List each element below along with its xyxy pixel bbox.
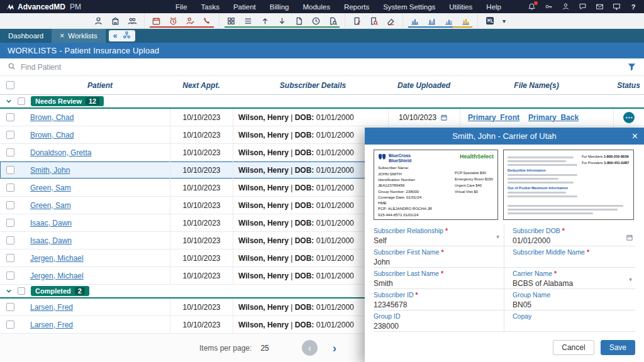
phone-icon[interactable] <box>203 16 212 26</box>
form-field[interactable]: Copay <box>504 310 635 332</box>
row-checkbox[interactable] <box>6 303 14 311</box>
next-page-button[interactable]: › <box>333 341 336 355</box>
form-field[interactable]: Subscriber First Name* John <box>374 246 504 268</box>
row-checkbox[interactable] <box>6 113 14 121</box>
tab[interactable]: Dashboard <box>0 29 52 43</box>
tab[interactable]: × Worklists <box>52 29 105 43</box>
field-value[interactable]: 01/01/2000 <box>513 236 635 245</box>
row-checkbox[interactable] <box>6 254 14 262</box>
notifications-bell-icon[interactable] <box>527 3 536 11</box>
patient-link[interactable]: Green, Sam <box>30 184 71 192</box>
office-icon[interactable] <box>111 16 120 26</box>
form-field[interactable]: Subscriber Relationship* Self ▾ <box>374 225 504 246</box>
date-picker-calendar-icon[interactable] <box>626 234 633 241</box>
scheduler-calendar-icon[interactable] <box>152 16 161 26</box>
dropdown-caret-icon[interactable]: ▾ <box>629 276 632 283</box>
group-pill[interactable]: Completed 2 <box>31 286 89 296</box>
field-value[interactable]: 12345678 <box>374 300 496 309</box>
eraser-icon[interactable] <box>386 16 396 26</box>
patient-link[interactable]: Jergen, Michael <box>30 254 84 263</box>
row-checkbox[interactable] <box>6 201 14 209</box>
menu-item[interactable]: Tasks <box>201 3 219 11</box>
monitor-icon[interactable] <box>612 3 621 11</box>
form-field[interactable]: Group Name BN05 <box>504 289 635 310</box>
report-chart-2-icon[interactable] <box>427 16 436 26</box>
payment-down-icon[interactable] <box>277 16 287 26</box>
patient-link[interactable]: Brown, Chad <box>30 113 74 122</box>
patient-link[interactable]: Green, Sam <box>30 201 71 210</box>
tab-close-icon[interactable]: × <box>60 32 64 40</box>
file-link[interactable]: Primary_Front <box>468 113 519 122</box>
patient-link[interactable]: Donaldson, Gretta <box>30 148 91 157</box>
note-edit-icon[interactable] <box>352 16 362 26</box>
column-header-status[interactable]: Status <box>613 76 644 94</box>
find-patient-input[interactable] <box>21 63 159 72</box>
row-checkbox[interactable] <box>6 321 14 329</box>
items-per-page-value[interactable]: 25 <box>260 344 269 353</box>
patient-link[interactable]: Isaac, Dawn <box>30 236 72 245</box>
field-value[interactable]: BCBS of Alabama <box>513 279 635 288</box>
document-search-icon[interactable] <box>369 16 379 26</box>
file-link[interactable]: Primary_Back <box>528 113 579 122</box>
menu-item[interactable]: Help <box>486 3 501 11</box>
column-header-next-appt[interactable]: Next Appt. <box>170 76 233 94</box>
patient-link[interactable]: Brown, Chad <box>30 131 74 140</box>
cancel-button[interactable]: Cancel <box>553 340 594 355</box>
mail-icon[interactable] <box>595 3 604 11</box>
group-checkbox[interactable] <box>18 287 25 295</box>
form-field[interactable]: Subscriber Middle Name* <box>504 246 635 268</box>
form-field[interactable]: Subscriber DOB* 01/01/2000 <box>504 225 635 246</box>
form-field[interactable]: Group ID 238000 <box>374 310 504 332</box>
charge-grid-icon[interactable] <box>226 16 236 26</box>
calendar-icon[interactable] <box>440 114 448 121</box>
payment-up-icon[interactable] <box>260 16 270 26</box>
field-value[interactable]: 238000 <box>374 322 496 331</box>
menu-item[interactable]: Modules <box>303 3 330 11</box>
patient-link[interactable]: Larsen, Fred <box>30 303 73 312</box>
patient-link[interactable]: Isaac, Dawn <box>30 219 72 228</box>
row-checkbox[interactable] <box>6 219 14 227</box>
column-header-subscriber-details[interactable]: Subscriber Details <box>233 76 388 94</box>
previous-page-button[interactable]: ‹ <box>302 340 318 356</box>
row-checkbox[interactable] <box>6 148 14 156</box>
field-value[interactable] <box>513 258 635 266</box>
modal-close-icon[interactable]: × <box>632 128 638 145</box>
time-clock-icon[interactable] <box>311 16 321 26</box>
menu-item[interactable]: Reports <box>344 3 369 11</box>
column-header-patient[interactable]: Patient <box>21 76 170 94</box>
help-icon[interactable]: ? <box>629 3 638 11</box>
column-header-file-names[interactable]: File Name(s) <box>460 76 613 94</box>
field-value[interactable]: BN05 <box>513 300 635 309</box>
patient-link[interactable]: Jergen, Michael <box>30 272 84 280</box>
row-checkbox[interactable] <box>6 184 14 192</box>
select-all-checkbox[interactable] <box>6 81 14 89</box>
row-checkbox[interactable] <box>6 236 14 244</box>
menu-item[interactable]: File <box>175 3 187 11</box>
form-field[interactable]: Carrier Name* BCBS of Alabama ▾ <box>504 268 635 289</box>
ehr-app-icon[interactable] <box>485 16 495 26</box>
claim-search-icon[interactable] <box>328 16 338 26</box>
save-button[interactable]: Save <box>601 340 635 355</box>
field-value[interactable] <box>513 322 635 331</box>
collapse-tabs-icon[interactable]: « <box>113 31 118 40</box>
form-field[interactable]: Subscriber Last Name* Smith <box>374 268 504 289</box>
statement-document-icon[interactable] <box>294 16 304 26</box>
group-checkbox[interactable] <box>18 97 25 105</box>
patient-group-icon[interactable] <box>128 16 137 26</box>
group-collapse-chevron-icon[interactable] <box>6 98 12 104</box>
patient-edit-icon[interactable] <box>186 16 195 26</box>
report-chart-3-icon[interactable] <box>444 16 453 26</box>
menu-item[interactable]: Utilities <box>449 3 472 11</box>
row-checkbox[interactable] <box>6 131 14 139</box>
group-pill[interactable]: Needs Review 12 <box>31 96 104 106</box>
patient-link[interactable]: Smith, John <box>30 166 70 175</box>
toolbar-dropdown-caret-icon[interactable]: ▾ <box>502 18 506 25</box>
report-chart-4-icon[interactable] <box>461 16 470 26</box>
dropdown-caret-icon[interactable]: ▾ <box>496 233 499 240</box>
patient-icon[interactable] <box>94 16 103 26</box>
menu-item[interactable]: Patient <box>233 3 256 11</box>
status-more-button[interactable]: ⋯ <box>623 112 635 123</box>
row-checkbox[interactable] <box>6 272 14 280</box>
menu-item[interactable]: Billing <box>270 3 289 11</box>
row-checkbox[interactable] <box>6 166 14 174</box>
